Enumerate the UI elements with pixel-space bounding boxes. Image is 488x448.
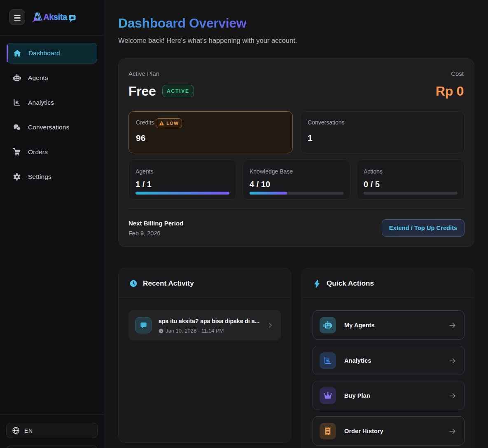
svg-text:.ai: .ai bbox=[70, 15, 75, 20]
svg-text:Aksita: Aksita bbox=[44, 12, 68, 21]
